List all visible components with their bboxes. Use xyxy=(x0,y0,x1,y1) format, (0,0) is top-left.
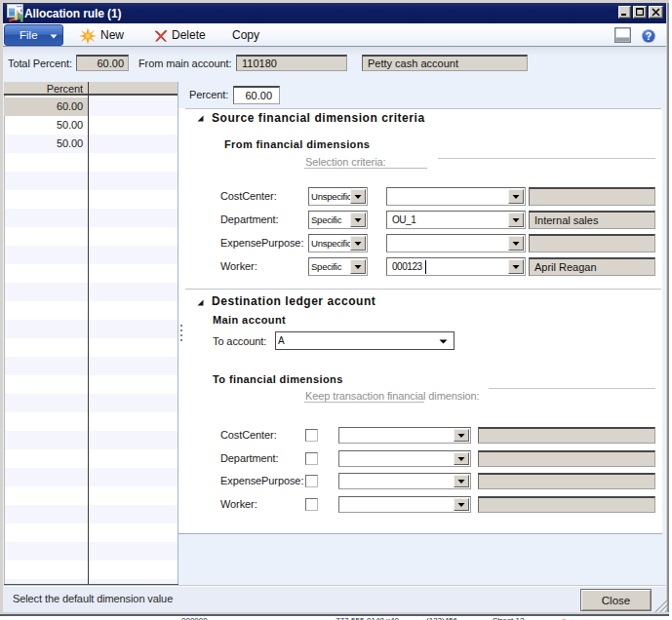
svg-text:?: ? xyxy=(646,30,652,42)
